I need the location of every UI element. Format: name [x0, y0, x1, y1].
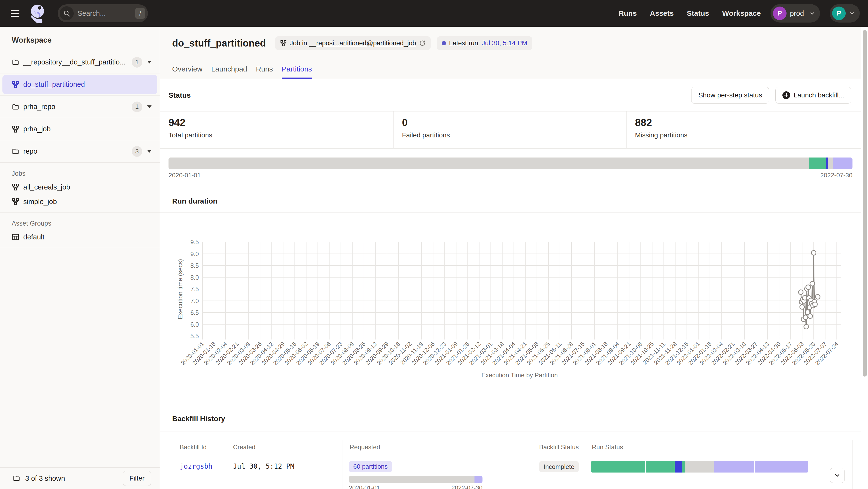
- chevron-down-icon: [809, 10, 815, 16]
- folder-icon: [12, 475, 20, 482]
- bar-segment: [682, 461, 685, 472]
- job-icon: [12, 198, 20, 205]
- sidebar-asset-groups: Asset Groups default: [0, 213, 160, 248]
- user-avatar: P: [832, 6, 846, 20]
- job-icon: [280, 40, 287, 46]
- filter-button[interactable]: Filter: [123, 471, 151, 486]
- sidebar-item--repository-do-stuff-partitio-[interactable]: __repository__do_stuff_partitio...1: [0, 51, 160, 73]
- column-header-backfill-id: Backfill Id: [168, 440, 226, 454]
- bar-segment: [675, 461, 682, 472]
- column-header-backfill-status: Backfill Status: [487, 440, 585, 454]
- svg-text:9.0: 9.0: [190, 251, 199, 257]
- partition-range-end: 2022-07-30: [820, 171, 852, 179]
- table-row: jozrgsbh Jul 30, 5:12 PM 60 partitions 2…: [168, 454, 852, 489]
- search-box[interactable]: /: [58, 4, 148, 22]
- sidebar-job-simple_job[interactable]: simple_job: [0, 194, 160, 209]
- backfill-history-heading: Backfill History: [160, 415, 861, 423]
- backfill-status-badge: Incomplete: [539, 461, 579, 472]
- nav-link-assets[interactable]: Assets: [650, 9, 674, 18]
- sidebar-item-repo[interactable]: repo3: [0, 140, 160, 163]
- sidebar-asset-group-default[interactable]: default: [0, 230, 160, 244]
- deployment-avatar: P: [773, 6, 786, 20]
- requested-partitions-tag[interactable]: 60 partitions: [349, 461, 392, 472]
- bar-segment: [755, 461, 808, 472]
- svg-text:7.0: 7.0: [190, 298, 199, 304]
- partition-status-bar-block: 2020-01-01 2022-07-30: [160, 149, 861, 179]
- bar-segment: [826, 158, 828, 169]
- top-nav-links: RunsAssetsStatusWorkspace: [619, 9, 761, 18]
- caret-down-icon[interactable]: [147, 61, 152, 64]
- repo-count-label: 3 of 3 shown: [25, 475, 65, 483]
- job-icon: [12, 125, 20, 133]
- tab-launchpad[interactable]: Launchpad: [211, 65, 247, 79]
- item-label: simple_job: [23, 198, 57, 206]
- latest-run-link[interactable]: Jul 30, 5:14 PM: [482, 39, 527, 47]
- job-location-tag: Job in __reposi...artitioned@partitioned…: [275, 36, 431, 50]
- bar-segment: [809, 158, 826, 169]
- nav-link-status[interactable]: Status: [687, 9, 709, 18]
- run-status-dot: [442, 41, 446, 45]
- column-header-created: Created: [226, 440, 343, 454]
- hamburger-menu-icon[interactable]: [11, 8, 21, 19]
- sidebar-item-prha-job[interactable]: prha_job: [0, 118, 160, 140]
- deployment-name: prod: [790, 9, 804, 18]
- partition-status-bar: [168, 158, 852, 169]
- caret-down-icon[interactable]: [147, 105, 152, 108]
- tab-partitions[interactable]: Partitions: [282, 65, 312, 79]
- job-location-link[interactable]: __reposi...artitioned@partitioned_job: [309, 39, 416, 47]
- sidebar-item-label: prha_repo: [23, 103, 55, 111]
- svg-text:Execution time (secs): Execution time (secs): [177, 259, 184, 319]
- bar-segment: [833, 158, 852, 169]
- svg-text:Execution Time by Partition: Execution Time by Partition: [481, 371, 558, 379]
- row-expand-cell: [815, 454, 853, 489]
- item-label: all_cereals_job: [23, 183, 70, 191]
- requested-range-bar: [349, 476, 483, 483]
- deployment-switcher[interactable]: P prod: [771, 4, 820, 23]
- tab-overview[interactable]: Overview: [172, 65, 203, 79]
- status-toolbar: Status Show per-step status Launch backf…: [160, 79, 861, 111]
- bar-segment: [591, 461, 645, 472]
- svg-text:8.5: 8.5: [190, 262, 199, 269]
- run-duration-chart: 5.56.06.57.07.58.08.59.09.52020-01-01202…: [160, 213, 861, 412]
- sidebar-job-all_cereals_job[interactable]: all_cereals_job: [0, 180, 160, 194]
- backfill-id-link[interactable]: jozrgsbh: [180, 462, 212, 470]
- bar-segment: [685, 461, 714, 472]
- job-icon: [12, 81, 20, 89]
- svg-text:7.5: 7.5: [190, 286, 199, 292]
- sidebar-item-do-stuff-partitioned[interactable]: do_stuff_partitioned: [0, 73, 160, 96]
- refresh-icon[interactable]: [419, 40, 426, 46]
- show-per-step-status-button[interactable]: Show per-step status: [691, 87, 769, 104]
- column-header-actions: [815, 440, 853, 454]
- sidebar-title: Workspace: [0, 27, 160, 51]
- stat-failed-partitions: 0 Failed partitions: [394, 111, 626, 148]
- jobs-heading: Jobs: [0, 163, 160, 180]
- sidebar-item-label: __repository__do_stuff_partitio...: [23, 58, 126, 66]
- user-menu[interactable]: P: [830, 4, 860, 23]
- dagster-logo-icon[interactable]: [28, 3, 48, 23]
- launch-backfill-button[interactable]: Launch backfill...: [775, 87, 851, 104]
- expand-row-button[interactable]: [830, 468, 845, 483]
- sidebar-item-prha-repo[interactable]: prha_repo1: [0, 96, 160, 118]
- svg-text:9.5: 9.5: [190, 239, 199, 246]
- chevron-down-icon: [849, 10, 855, 16]
- nav-link-workspace[interactable]: Workspace: [722, 9, 761, 18]
- workspace-sidebar: Workspace __repository__do_stuff_partiti…: [0, 27, 160, 489]
- search-icon: [60, 6, 74, 20]
- latest-run-tag: Latest run: Jul 30, 5:14 PM: [437, 36, 532, 50]
- tab-runs[interactable]: Runs: [256, 65, 273, 79]
- scrollbar-thumb[interactable]: [863, 30, 867, 377]
- nav-link-runs[interactable]: Runs: [619, 9, 637, 18]
- sidebar-item-label: do_stuff_partitioned: [23, 80, 85, 89]
- column-header-run-status: Run Status: [585, 440, 815, 454]
- plus-circle-icon: [782, 91, 790, 99]
- caret-down-icon[interactable]: [147, 150, 152, 153]
- item-count-badge: 1: [132, 57, 142, 68]
- search-input[interactable]: [78, 9, 135, 18]
- bar-segment: [828, 158, 833, 169]
- run-duration-heading: Run duration: [160, 197, 861, 205]
- chevron-down-icon: [834, 472, 841, 479]
- search-shortcut-key: /: [135, 8, 145, 19]
- stat-missing-partitions: 882 Missing partitions: [626, 111, 861, 148]
- sidebar-item-label: prha_job: [23, 125, 51, 133]
- bar-segment: [474, 476, 483, 483]
